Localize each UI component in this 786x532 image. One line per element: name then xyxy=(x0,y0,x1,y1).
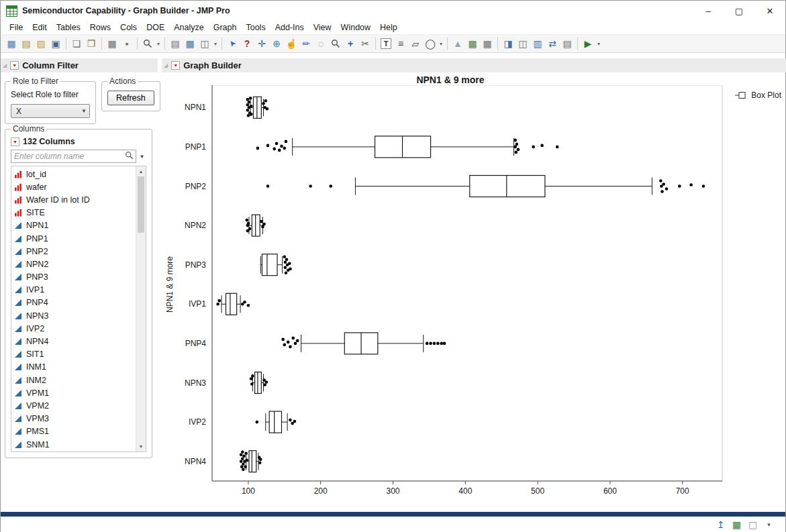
go-to-top-icon[interactable]: ↥ xyxy=(715,519,726,531)
column-item-npn2[interactable]: NPN2 xyxy=(11,258,136,270)
move-tool-icon[interactable]: ✛ xyxy=(254,36,269,51)
menu-rows[interactable]: Rows xyxy=(85,21,115,34)
transpose-table-icon[interactable]: ⇄ xyxy=(545,36,560,51)
data-table-icon[interactable]: ▦ xyxy=(731,519,742,531)
run-script-icon[interactable]: ▶ xyxy=(581,36,595,51)
column-item-inm1[interactable]: INM1 xyxy=(11,361,136,374)
preferences-icon[interactable]: ▲ xyxy=(450,36,465,51)
open-icon[interactable]: ▨ xyxy=(34,36,48,51)
toolbar-overflow-caret[interactable]: ▾ xyxy=(438,41,444,47)
new-journal-icon[interactable]: ▤ xyxy=(19,36,34,51)
window-tools-icon[interactable]: ◫ xyxy=(197,36,212,51)
column-filter-menu-icon[interactable]: ▼ xyxy=(10,61,19,70)
boxplot-svg[interactable]: 100200300400500600700NPN1 & 9 moreNPN1PN… xyxy=(162,85,786,504)
paste-icon[interactable]: ❐ xyxy=(84,36,99,51)
column-item-pms1[interactable]: PMS1 xyxy=(11,425,136,438)
magnifier-tool-icon[interactable] xyxy=(328,36,343,51)
oval-annotate-icon[interactable]: ◯ xyxy=(423,36,438,51)
legend[interactable]: Box Plot xyxy=(735,91,781,100)
continuous-column-icon xyxy=(14,350,22,358)
summary-table-icon[interactable]: ▦ xyxy=(465,36,480,51)
search-filter-caret-icon[interactable]: ▼ xyxy=(138,154,146,160)
column-item-wafer-id-in-lot-id[interactable]: Wafer ID in lot ID xyxy=(11,193,136,206)
menu-cols[interactable]: Cols xyxy=(115,21,142,34)
column-item-inm2[interactable]: INM2 xyxy=(11,374,136,386)
scrollbar-thumb[interactable] xyxy=(138,176,144,233)
journal-icon[interactable]: ▤ xyxy=(168,36,183,51)
column-item-npn3[interactable]: NPN3 xyxy=(11,309,136,322)
column-item-lot-id[interactable]: lot_id xyxy=(11,168,136,180)
nominal-column-icon xyxy=(14,209,22,217)
join-tables-icon[interactable]: ▤ xyxy=(560,36,575,51)
text-annotate-icon[interactable]: T xyxy=(381,38,391,49)
line-annotate-icon[interactable]: ≡ xyxy=(393,36,408,51)
column-item-site[interactable]: SITE xyxy=(11,207,136,219)
column-item-wafer[interactable]: wafer xyxy=(11,180,136,193)
brush-tool-icon[interactable]: ✏ xyxy=(299,36,313,51)
column-item-ivp1[interactable]: IVP1 xyxy=(11,284,136,297)
annotate-window-icon[interactable]: ▦ xyxy=(183,36,197,51)
column-item-vpm3[interactable]: VPM3 xyxy=(11,413,136,425)
column-item-pnp4[interactable]: PNP4 xyxy=(11,297,136,309)
layout-window-icon[interactable]: ◫ xyxy=(515,36,530,51)
hand-tool-icon[interactable]: ☝ xyxy=(284,36,299,51)
data-grid-icon[interactable]: ▦ xyxy=(105,36,119,51)
new-data-table-icon[interactable]: ▦ xyxy=(4,36,19,51)
collapse-triangle-icon[interactable]: ◢ xyxy=(164,63,168,68)
save-icon[interactable]: ▣ xyxy=(48,36,63,51)
toolbar-overflow-caret[interactable]: ▾ xyxy=(212,41,219,47)
display-box-icon[interactable]: ▢ xyxy=(747,519,758,531)
menu-view[interactable]: View xyxy=(309,21,336,34)
columns-menu-icon[interactable]: ▼ xyxy=(11,138,19,146)
toolbar-overflow-caret[interactable]: ▾ xyxy=(595,41,602,47)
graph-builder-menu-icon[interactable]: ▼ xyxy=(171,61,180,70)
statusbar-caret-icon[interactable]: ▾ xyxy=(763,519,775,531)
menu-window[interactable]: Window xyxy=(336,21,375,34)
polygon-annotate-icon[interactable]: ▱ xyxy=(408,36,423,51)
column-item-pnp3[interactable]: PNP3 xyxy=(11,271,136,284)
menu-help[interactable]: Help xyxy=(375,21,402,34)
subset-table-icon[interactable]: ▦ xyxy=(480,36,495,51)
menu-doe[interactable]: DOE xyxy=(142,21,169,34)
role-dropdown[interactable]: X ▼ xyxy=(11,104,90,118)
column-item-sit1[interactable]: SIT1 xyxy=(11,348,136,361)
menu-tools[interactable]: Tools xyxy=(241,21,270,34)
column-item-ivp2[interactable]: IVP2 xyxy=(11,322,136,335)
menu-edit[interactable]: Edit xyxy=(28,21,52,34)
plot-area[interactable]: 100200300400500600700NPN1 & 9 moreNPN1PN… xyxy=(162,85,786,512)
lasso-tool-icon[interactable]: ◌ xyxy=(313,36,328,51)
globe-tool-icon[interactable]: ⊕ xyxy=(269,36,284,51)
column-viewer-icon[interactable]: ▥ xyxy=(530,36,545,51)
maximize-button[interactable]: ▢ xyxy=(724,1,754,21)
report-window-icon[interactable]: ◨ xyxy=(501,36,515,51)
toolbar-overflow-caret[interactable]: ▾ xyxy=(155,41,162,47)
menu-file[interactable]: File xyxy=(5,21,28,34)
toolbar-separator xyxy=(577,38,578,50)
menu-tables[interactable]: Tables xyxy=(52,21,85,34)
scrollbar-track[interactable] xyxy=(136,176,146,441)
close-button[interactable]: ✕ xyxy=(754,1,785,21)
column-item-snm1[interactable]: SNM1 xyxy=(11,438,136,451)
collapse-triangle-icon[interactable]: ◢ xyxy=(3,63,7,68)
refresh-button[interactable]: Refresh xyxy=(107,91,154,105)
menu-analyze[interactable]: Analyze xyxy=(169,21,208,34)
toolbar-separator xyxy=(447,38,448,50)
column-item-vpm2[interactable]: VPM2 xyxy=(11,399,136,412)
minimize-button[interactable]: – xyxy=(693,1,724,21)
search-icon[interactable] xyxy=(140,36,155,51)
column-search-input[interactable] xyxy=(11,152,125,161)
lock-icon[interactable]: ▪ xyxy=(119,36,134,51)
column-item-npn1[interactable]: NPN1 xyxy=(11,219,136,232)
column-item-vpm1[interactable]: VPM1 xyxy=(11,386,136,399)
menu-addins[interactable]: Add-Ins xyxy=(271,21,309,34)
columns-scrollbar[interactable]: ▲ ▼ xyxy=(136,166,146,451)
crosshair-tool-icon[interactable]: + xyxy=(343,36,358,51)
column-item-pnp1[interactable]: PNP1 xyxy=(11,232,136,245)
scrollbar-up-icon[interactable]: ▲ xyxy=(136,166,146,176)
scrollbar-down-icon[interactable]: ▼ xyxy=(136,441,146,451)
copy-icon[interactable]: ❏ xyxy=(69,36,84,51)
menu-graph[interactable]: Graph xyxy=(209,21,242,34)
column-item-pnp2[interactable]: PNP2 xyxy=(11,245,136,258)
column-item-npn4[interactable]: NPN4 xyxy=(11,335,136,348)
scissors-tool-icon[interactable]: ✂ xyxy=(358,36,373,51)
